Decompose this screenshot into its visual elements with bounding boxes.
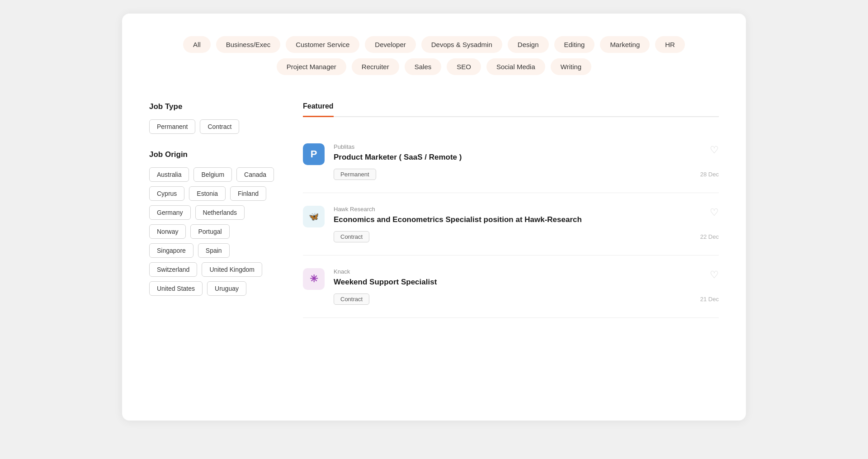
job-origin-filter-australia[interactable]: Australia <box>149 167 189 182</box>
category-tag-editing[interactable]: Editing <box>554 36 595 53</box>
job-origin-filter-netherlands[interactable]: Netherlands <box>195 205 245 220</box>
job-origin-filter-united-kingdom[interactable]: United Kingdom <box>202 262 262 277</box>
category-tag-all[interactable]: All <box>183 36 211 53</box>
job-date-job-1: 28 Dec <box>700 171 719 178</box>
category-tag-developer[interactable]: Developer <box>365 36 415 53</box>
job-origin-filter-uruguay[interactable]: Uruguay <box>207 281 246 296</box>
job-origin-filter-singapore[interactable]: Singapore <box>149 243 193 258</box>
job-heart-job-3[interactable]: ♡ <box>710 269 719 281</box>
featured-tab[interactable]: Featured <box>303 102 334 117</box>
job-type-filter-contract[interactable]: Contract <box>200 119 239 134</box>
content-layout: Job Type PermanentContract Job Origin Au… <box>149 102 719 318</box>
job-origin-filter-estonia[interactable]: Estonia <box>189 186 226 201</box>
job-card-job-2: 🦋 Hawk Research Economics and Econometri… <box>303 193 719 256</box>
category-tag-design[interactable]: Design <box>508 36 549 53</box>
job-type-filter-permanent[interactable]: Permanent <box>149 119 195 134</box>
job-meta-job-1: Permanent 28 Dec <box>334 169 719 180</box>
job-origin-filters: AustraliaBelgiumCanadaCyprusEstoniaFinla… <box>149 167 276 296</box>
job-type-filters: PermanentContract <box>149 119 276 134</box>
category-tag-seo[interactable]: SEO <box>447 58 481 75</box>
job-origin-title: Job Origin <box>149 150 276 159</box>
category-tag-social-media[interactable]: Social Media <box>486 58 545 75</box>
job-info-job-1: Publitas Product Marketer ( SaaS / Remot… <box>334 143 719 180</box>
category-tags-row: AllBusiness/ExecCustomer ServiceDevelope… <box>149 36 719 75</box>
job-type-badge-job-3: Contract <box>334 293 369 305</box>
job-origin-filter-portugal[interactable]: Portugal <box>190 224 229 239</box>
job-company-job-3: Knack <box>334 268 719 275</box>
category-tag-marketing[interactable]: Marketing <box>600 36 650 53</box>
job-type-badge-job-2: Contract <box>334 231 369 242</box>
tabs-row: Featured <box>303 102 719 117</box>
category-tag-hr[interactable]: HR <box>655 36 685 53</box>
job-origin-filter-spain[interactable]: Spain <box>198 243 230 258</box>
job-logo-job-2: 🦋 <box>303 206 325 227</box>
job-info-job-2: Hawk Research Economics and Econometrics… <box>334 206 719 242</box>
job-origin-filter-switzerland[interactable]: Switzerland <box>149 262 197 277</box>
category-tag-writing[interactable]: Writing <box>551 58 591 75</box>
job-card-job-1: P Publitas Product Marketer ( SaaS / Rem… <box>303 131 719 193</box>
job-company-job-2: Hawk Research <box>334 206 719 213</box>
job-origin-filter-belgium[interactable]: Belgium <box>193 167 232 182</box>
job-heart-job-1[interactable]: ♡ <box>710 144 719 156</box>
job-title-job-1: Product Marketer ( SaaS / Remote ) <box>334 152 719 162</box>
job-logo-job-3: ✳ <box>303 268 325 290</box>
job-type-title: Job Type <box>149 102 276 111</box>
job-title-job-2: Economics and Econometrics Specialist po… <box>334 215 719 225</box>
job-heart-job-2[interactable]: ♡ <box>710 207 719 218</box>
job-listings: Featured P Publitas Product Marketer ( S… <box>303 102 719 318</box>
sidebar: Job Type PermanentContract Job Origin Au… <box>149 102 276 318</box>
job-company-job-1: Publitas <box>334 143 719 150</box>
job-origin-filter-finland[interactable]: Finland <box>230 186 266 201</box>
job-origin-filter-united-states[interactable]: United States <box>149 281 203 296</box>
job-info-job-3: Knack Weekend Support Specialist Contrac… <box>334 268 719 305</box>
category-tag-sales[interactable]: Sales <box>405 58 442 75</box>
job-title-job-3: Weekend Support Specialist <box>334 277 719 287</box>
job-logo-job-1: P <box>303 143 325 165</box>
job-origin-filter-cyprus[interactable]: Cyprus <box>149 186 184 201</box>
category-tag-business-exec[interactable]: Business/Exec <box>216 36 280 53</box>
job-origin-filter-germany[interactable]: Germany <box>149 205 191 220</box>
job-card-job-3: ✳ Knack Weekend Support Specialist Contr… <box>303 256 719 318</box>
category-tag-project-manager[interactable]: Project Manager <box>277 58 346 75</box>
category-tag-recruiter[interactable]: Recruiter <box>352 58 399 75</box>
job-date-job-3: 21 Dec <box>700 296 719 303</box>
category-tag-customer-service[interactable]: Customer Service <box>286 36 359 53</box>
job-origin-filter-canada[interactable]: Canada <box>236 167 274 182</box>
job-meta-job-2: Contract 22 Dec <box>334 231 719 242</box>
job-type-badge-job-1: Permanent <box>334 169 376 180</box>
job-meta-job-3: Contract 21 Dec <box>334 293 719 305</box>
category-tag-devops-sysadmin[interactable]: Devops & Sysadmin <box>421 36 502 53</box>
main-card: AllBusiness/ExecCustomer ServiceDevelope… <box>122 14 746 421</box>
job-origin-filter-norway[interactable]: Norway <box>149 224 186 239</box>
jobs-list: P Publitas Product Marketer ( SaaS / Rem… <box>303 131 719 318</box>
job-date-job-2: 22 Dec <box>700 233 719 240</box>
